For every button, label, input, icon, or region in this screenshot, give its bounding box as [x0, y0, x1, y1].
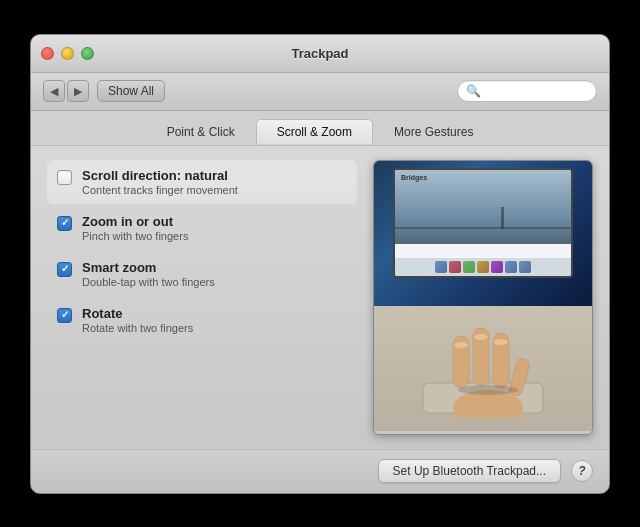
checkbox-scroll-direction[interactable]	[57, 170, 72, 185]
close-button[interactable]	[41, 47, 54, 60]
presentation-slide: Bridges	[395, 170, 571, 244]
options-list: Scroll direction: natural Content tracks…	[47, 160, 357, 435]
option-rotate[interactable]: Rotate Rotate with two fingers	[47, 298, 357, 342]
option-subtitle-zoom-in-out: Pinch with two fingers	[82, 230, 188, 242]
content-area: Scroll direction: natural Content tracks…	[31, 146, 609, 449]
search-box[interactable]: 🔍	[457, 80, 597, 102]
option-smart-zoom[interactable]: Smart zoom Double-tap with two fingers	[47, 252, 357, 296]
checkbox-zoom-in-out[interactable]	[57, 216, 72, 231]
svg-point-8	[494, 339, 508, 345]
presentation-title: Bridges	[401, 174, 427, 181]
dock-icon-2	[449, 261, 461, 273]
dock-icon-7	[519, 261, 531, 273]
option-title-zoom-in-out: Zoom in or out	[82, 214, 188, 229]
title-bar: Trackpad	[31, 35, 609, 73]
window-title: Trackpad	[291, 46, 348, 61]
back-button[interactable]: ◀	[43, 80, 65, 102]
bluetooth-setup-button[interactable]: Set Up Bluetooth Trackpad...	[378, 459, 561, 483]
svg-point-7	[474, 334, 488, 340]
option-zoom-in-out[interactable]: Zoom in or out Pinch with two fingers	[47, 206, 357, 250]
checkbox-rotate[interactable]	[57, 308, 72, 323]
help-button[interactable]: ?	[571, 460, 593, 482]
search-icon: 🔍	[466, 84, 481, 98]
traffic-lights	[41, 47, 94, 60]
tab-more-gestures[interactable]: More Gestures	[373, 119, 494, 145]
preview-gesture	[374, 306, 592, 431]
dock-icon-4	[477, 261, 489, 273]
tab-scroll-zoom[interactable]: Scroll & Zoom	[256, 119, 373, 145]
svg-point-6	[454, 342, 468, 348]
laptop-dock	[395, 258, 571, 276]
svg-point-9	[458, 385, 518, 395]
preview-laptop: Bridges	[383, 168, 583, 298]
option-title-smart-zoom: Smart zoom	[82, 260, 215, 275]
bridge-image: Bridges	[395, 170, 571, 244]
dock-icon-3	[463, 261, 475, 273]
preview-screen: Bridges	[374, 161, 592, 306]
dock-icon-1	[435, 261, 447, 273]
option-title-scroll-direction: Scroll direction: natural	[82, 168, 238, 183]
checkbox-smart-zoom[interactable]	[57, 262, 72, 277]
forward-button[interactable]: ▶	[67, 80, 89, 102]
option-title-rotate: Rotate	[82, 306, 193, 321]
dock-icon-5	[491, 261, 503, 273]
tab-bar: Point & Click Scroll & Zoom More Gesture…	[31, 111, 609, 146]
option-subtitle-smart-zoom: Double-tap with two fingers	[82, 276, 215, 288]
nav-buttons: ◀ ▶	[43, 80, 89, 102]
show-all-button[interactable]: Show All	[97, 80, 165, 102]
minimize-button[interactable]	[61, 47, 74, 60]
maximize-button[interactable]	[81, 47, 94, 60]
dock-icon-6	[505, 261, 517, 273]
laptop-screen: Bridges	[393, 168, 573, 278]
option-scroll-direction[interactable]: Scroll direction: natural Content tracks…	[47, 160, 357, 204]
hand-gesture-svg	[408, 318, 558, 418]
toolbar: ◀ ▶ Show All 🔍	[31, 73, 609, 111]
option-subtitle-rotate: Rotate with two fingers	[82, 322, 193, 334]
option-subtitle-scroll-direction: Content tracks finger movement	[82, 184, 238, 196]
gesture-preview: Bridges	[373, 160, 593, 435]
footer: Set Up Bluetooth Trackpad... ?	[31, 449, 609, 493]
tab-point-click[interactable]: Point & Click	[146, 119, 256, 145]
main-window: Trackpad ◀ ▶ Show All 🔍 Point & Click Sc…	[30, 34, 610, 494]
